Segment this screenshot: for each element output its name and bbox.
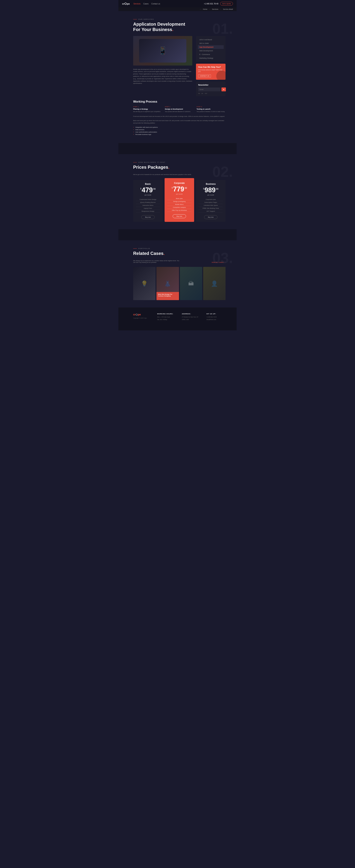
- section-label-03: PORTFOLIO: [133, 248, 226, 249]
- buy-business-button[interactable]: Buy now: [204, 215, 217, 219]
- feature-biz-3: FREE Site Building Tools: [199, 207, 223, 210]
- section-label-01: OUR SERVICES: [133, 19, 226, 20]
- section-number-03: 03.: [212, 250, 233, 267]
- dollar-corporate: $: [172, 187, 173, 189]
- pricing-section: 02. HOW MUCH DOES IT COST Prices Package…: [118, 154, 237, 229]
- footer-logo[interactable]: crpe: [133, 313, 152, 316]
- service-menu-item-5[interactable]: Marketing Strategy: [198, 56, 224, 60]
- buy-corporate-button[interactable]: Buy now: [173, 214, 186, 218]
- footer-logo-text: cr: [133, 313, 136, 316]
- step-title-2: Design & Development: [165, 108, 194, 110]
- portfolio-item-link-1[interactable]: →: [158, 297, 177, 299]
- footer-contact-col: Hit us up: +1 845 631 78 49 info@theme.c…: [207, 313, 226, 321]
- bullet-intro-1: Front-end development tools are focused …: [133, 115, 226, 118]
- nav-cases-link[interactable]: Cases: [143, 3, 148, 5]
- service-menu: UI/UX And Brand SEO & SMM App Developmen…: [196, 36, 226, 62]
- cents-corporate: 99: [184, 187, 187, 189]
- footer-address-col: Address: 27 Division St, New York, NY 10…: [182, 313, 201, 321]
- dollar-basic: $: [140, 188, 142, 190]
- bullet-list: Integration with back-end systems Data s…: [133, 126, 226, 136]
- footer-contact-title: Hit us up:: [207, 313, 226, 315]
- bc-detail[interactable]: Service detail: [223, 8, 233, 10]
- nav-logo[interactable]: cr pe: [122, 2, 130, 5]
- service-menu-item-0[interactable]: UI/UX And Brand: [198, 38, 224, 41]
- service-menu-item-1[interactable]: SEO & SMM: [198, 41, 224, 45]
- footer-hours-1: Sat, Sun: Holiday: [157, 319, 176, 321]
- cents-basic: 99: [153, 188, 155, 190]
- footer-address-1: 10002, USA: [182, 319, 201, 321]
- period-basic: per month: [136, 194, 160, 196]
- bullet-intro-2: Back-end tools pick up where the front-e…: [133, 120, 226, 124]
- service-menu-item-4[interactable]: E - Commerce: [198, 53, 224, 56]
- footer-phone[interactable]: +1 845 631 78 49: [207, 316, 226, 318]
- newsletter-submit-btn[interactable]: ➤: [221, 88, 226, 91]
- title-line-2: For Your Business: [133, 27, 172, 32]
- help-box-contact-btn[interactable]: CONTACT US: [198, 74, 211, 78]
- portfolio-intro: We always try to implement our creative …: [133, 260, 179, 263]
- portfolio-item-1[interactable]: 👗 Web Site Design For Curious Company →: [156, 267, 179, 300]
- portfolio-item-0[interactable]: 💡 Light Bulb Project →: [133, 267, 155, 300]
- services-section: 01. OUR SERVICES Applicaton Development …: [118, 11, 237, 143]
- step-text-3: Your product is finished. It is time to …: [197, 111, 226, 113]
- steps-row: STEP 1 Plannig & Strategy We will help y…: [133, 106, 226, 113]
- nav-services-link[interactable]: Services: [134, 3, 140, 5]
- hero-image: 📱: [133, 36, 192, 65]
- logo-text-2: pe: [127, 2, 130, 5]
- plan-name-corporate: Corporate: [167, 182, 191, 184]
- footer-top: crpe Copyright © 2020 Cripe. Working hou…: [133, 313, 226, 321]
- pricing-card-basic: Basic $ 479 99 per month Customized Stor…: [133, 180, 163, 222]
- pricing-cards: Basic $ 479 99 per month Customized Stor…: [133, 180, 226, 222]
- portfolio-header: Related Cases. We always try to implemen…: [133, 251, 226, 263]
- feature-basic-3: Inquiry Form: [136, 207, 160, 210]
- feature-biz-4: 24/7 Support: [199, 210, 223, 213]
- section-label-02: HOW MUCH DOES IT COST: [133, 161, 226, 163]
- plan-price-basic: $ 479 99: [136, 187, 160, 193]
- pricing-title-text: Prices Packages: [133, 165, 168, 169]
- footer-email[interactable]: info@theme.com: [207, 319, 226, 321]
- feature-corp-3: Competitor analysis: [167, 206, 191, 209]
- service-menu-item-2[interactable]: App Development: [198, 45, 224, 49]
- services-sidebar: UI/UX And Brand SEO & SMM App Developmen…: [196, 36, 226, 96]
- footer-logo-icon: [136, 314, 138, 316]
- footer-address-title: Address:: [182, 313, 201, 315]
- portfolio-item-3[interactable]: 👤 Portrait Study →: [203, 267, 226, 300]
- get-quote-button[interactable]: Get a quote: [220, 2, 233, 5]
- buy-basic-button[interactable]: Buy now: [141, 215, 155, 219]
- pricing-card-business: Business $ 989 99 per month Corporatre p…: [196, 180, 226, 222]
- bullet-item-0: Integration with back-end systems: [133, 126, 226, 128]
- bullet-item-3: Reusable business logic: [133, 133, 226, 136]
- footer-logo-rest: pe: [138, 313, 141, 316]
- bullet-section: Front-end development tools are focused …: [133, 115, 226, 136]
- help-box: How Can We Help You? Don't know where to…: [196, 64, 226, 80]
- feature-basic-0: Customized Store Design: [136, 198, 160, 201]
- amount-business: 989: [204, 187, 215, 193]
- step-num-3: STEP 3: [197, 106, 226, 107]
- hero-image-inner: 📱: [139, 39, 186, 63]
- nav-phone: +1 845 631 78 49: [204, 3, 218, 5]
- feature-corp-4: Offer Pop-Up Windows: [167, 209, 191, 212]
- section-number-02: 02.: [212, 163, 233, 180]
- features-corporate: Basic plan Design prototyping Mobile Men…: [167, 197, 191, 212]
- main-content: 📱 Mobile app development is the act or p…: [133, 36, 192, 96]
- cents-business: 99: [216, 188, 218, 190]
- plan-price-corporate: $ 779 99: [167, 186, 191, 192]
- amount-basic: 479: [142, 187, 153, 193]
- feature-corp-2: Mobile Menu: [167, 203, 191, 206]
- footer: crpe Copyright © 2020 Cripe. Working hou…: [118, 308, 237, 330]
- newsletter-ok-link[interactable]: OK: [201, 93, 203, 94]
- feature-corp-1: Design prototyping: [167, 200, 191, 203]
- bc-services[interactable]: Services: [212, 8, 218, 10]
- newsletter-ynt-link[interactable]: YNT: [205, 93, 207, 94]
- features-basic: Customized Store Design jQuery Rotating …: [136, 198, 160, 213]
- portfolio-item-2[interactable]: 🏔 Mountain Landscape →: [180, 267, 202, 300]
- newsletter-fb-link[interactable]: FB: [198, 93, 200, 94]
- pricing-title: Prices Packages.: [133, 165, 226, 170]
- nav-contact-link[interactable]: Contact us: [151, 3, 160, 5]
- footer-logo-col: crpe Copyright © 2020 Cripe.: [133, 313, 152, 321]
- newsletter-email-input[interactable]: [198, 88, 220, 91]
- bc-home[interactable]: Home: [203, 8, 207, 10]
- service-menu-item-3[interactable]: Web Development: [198, 49, 224, 53]
- feature-biz-1: Subscription Pages: [199, 201, 223, 204]
- title-dot: .: [172, 27, 173, 32]
- period-business: per month: [199, 194, 223, 196]
